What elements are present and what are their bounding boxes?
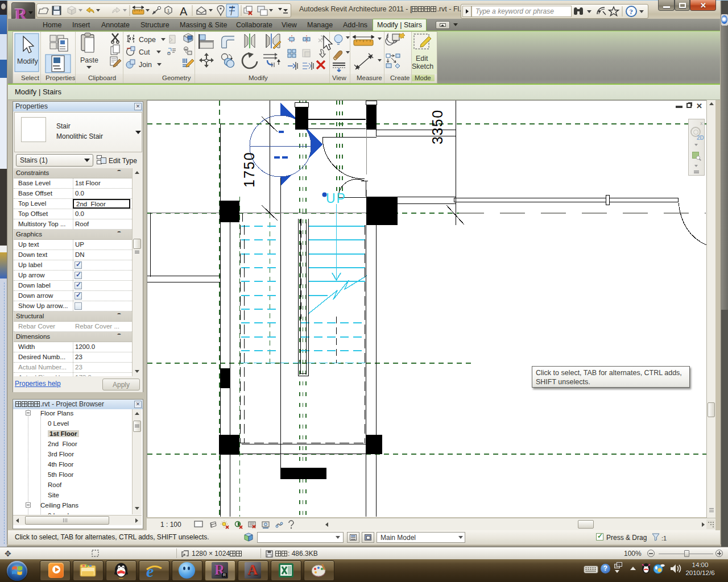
svg-text:Cope: Cope <box>139 36 156 44</box>
svg-text:e: e <box>146 563 154 579</box>
svg-text:Modify: Modify <box>17 57 39 65</box>
svg-text:A: A <box>180 5 188 18</box>
svg-text:Join: Join <box>139 61 152 69</box>
svg-text:Paste: Paste <box>80 56 98 64</box>
svg-text:1750: 1750 <box>241 151 257 188</box>
svg-text:?: ? <box>630 7 634 16</box>
svg-text:UP: UP <box>326 191 346 206</box>
svg-text:Edit: Edit <box>416 55 428 63</box>
svg-text:3350: 3350 <box>429 109 445 144</box>
svg-text:1: 1 <box>167 8 170 14</box>
svg-text:Sketch: Sketch <box>412 63 433 70</box>
svg-text:Cut: Cut <box>139 48 150 56</box>
